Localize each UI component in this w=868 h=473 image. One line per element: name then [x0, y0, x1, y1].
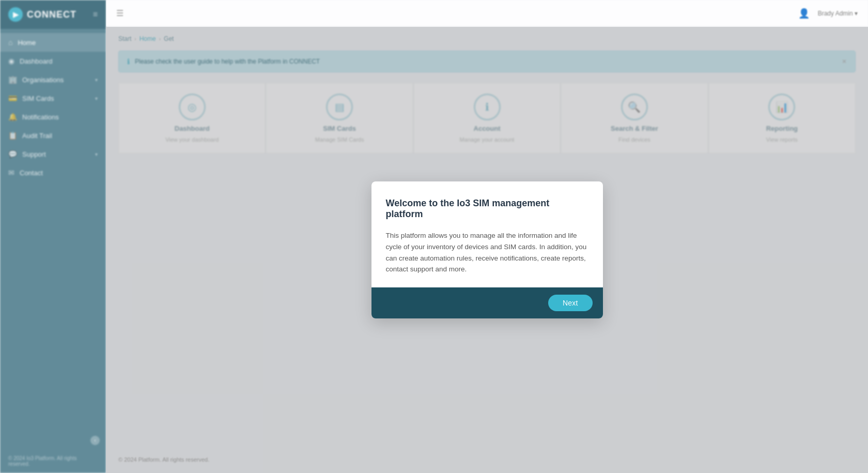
sidebar-hamburger-icon[interactable]: ≡	[93, 10, 98, 19]
modal-text: This platform allows you to manage all t…	[386, 230, 588, 274]
sidebar-logo: ▶ CONNECT ≡	[0, 0, 106, 29]
sidebar-item-notifications-label: Notifications	[22, 113, 59, 121]
sidebar-nav: ⌂ Home ◉ Dashboard 🏢 Organisations ▾ 💳 S…	[0, 29, 106, 432]
sidebar-item-home-label: Home	[18, 39, 36, 47]
sidebar-item-notifications[interactable]: 🔔 Notifications	[0, 108, 106, 126]
topbar-right: 👤 Brady Admin ▾	[798, 8, 858, 19]
sidebar-item-contact[interactable]: ✉ Contact	[0, 163, 106, 182]
logo-icon: ▶	[8, 7, 23, 22]
topbar-left: ☰	[116, 8, 798, 18]
topbar: ☰ 👤 Brady Admin ▾	[106, 0, 868, 27]
chevron-down-icon: ▾	[95, 77, 98, 83]
sidebar-item-home[interactable]: ⌂ Home	[0, 33, 106, 52]
sidebar-collapse-button[interactable]: ‹	[0, 432, 106, 449]
sidebar-item-support[interactable]: 💬 Support ▾	[0, 145, 106, 163]
topbar-menu-icon[interactable]: ☰	[116, 8, 123, 18]
collapse-circle-icon: ‹	[90, 436, 100, 445]
welcome-modal: Welcome to the Io3 SIM management platfo…	[371, 181, 603, 318]
modal-body: Welcome to the Io3 SIM management platfo…	[371, 181, 603, 287]
audit-trail-icon: 📋	[8, 131, 17, 140]
modal-title: Welcome to the Io3 SIM management platfo…	[386, 198, 588, 220]
topbar-user-name[interactable]: Brady Admin ▾	[818, 10, 858, 17]
sidebar-item-contact-label: Contact	[20, 169, 43, 177]
next-button[interactable]: Next	[548, 295, 593, 311]
sidebar-item-dashboard[interactable]: ◉ Dashboard	[0, 52, 106, 70]
chevron-down-icon-3: ▾	[95, 151, 98, 157]
sidebar-item-dashboard-label: Dashboard	[20, 57, 53, 65]
dashboard-icon: ◉	[8, 57, 14, 65]
home-icon: ⌂	[8, 38, 12, 47]
page-area: Start › Home › Get ℹ Please check the us…	[106, 27, 868, 473]
organisations-icon: 🏢	[8, 75, 17, 84]
sidebar: ▶ CONNECT ≡ ⌂ Home ◉ Dashboard 🏢 Organis…	[0, 0, 106, 473]
sidebar-item-sim-cards[interactable]: 💳 SIM Cards ▾	[0, 89, 106, 108]
chevron-down-icon-2: ▾	[95, 96, 98, 101]
main-content: ☰ 👤 Brady Admin ▾ Start › Home › Get ℹ P…	[106, 0, 868, 473]
modal-footer: Next	[371, 287, 603, 318]
user-avatar-icon: 👤	[798, 8, 810, 19]
notifications-icon: 🔔	[8, 113, 17, 121]
sim-cards-icon: 💳	[8, 94, 17, 102]
logo-text: CONNECT	[27, 9, 76, 20]
sidebar-item-audit-trail-label: Audit Trail	[22, 132, 52, 140]
contact-icon: ✉	[8, 169, 14, 177]
support-icon: 💬	[8, 150, 17, 158]
sidebar-item-audit-trail[interactable]: 📋 Audit Trail	[0, 126, 106, 145]
sidebar-item-organisations-label: Organisations	[22, 76, 64, 84]
sidebar-item-organisations[interactable]: 🏢 Organisations ▾	[0, 70, 106, 89]
sidebar-item-support-label: Support	[22, 150, 46, 158]
sidebar-footer: © 2024 Io3 Platform. All rights reserved…	[0, 449, 106, 473]
sidebar-item-sim-cards-label: SIM Cards	[22, 95, 54, 102]
modal-overlay: Welcome to the Io3 SIM management platfo…	[106, 27, 868, 473]
